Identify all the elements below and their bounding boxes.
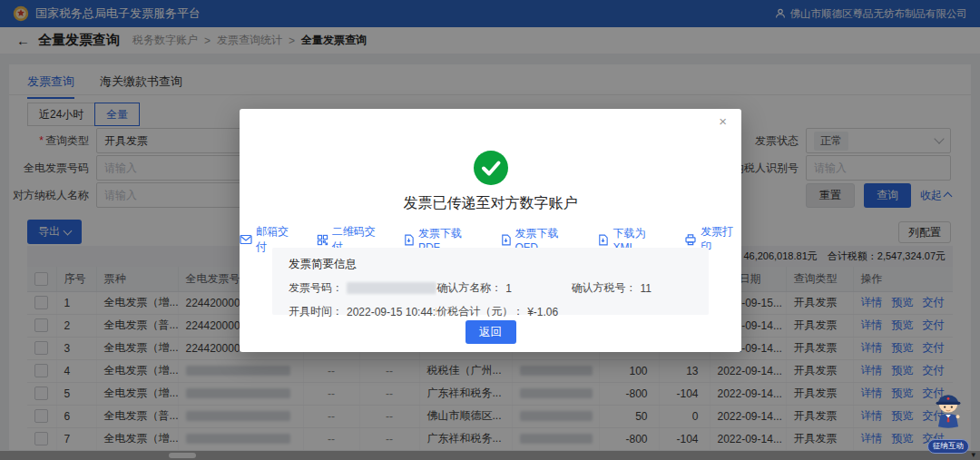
confirm-party-taxid-field: 确认方税号：11 — [572, 280, 692, 296]
invoice-summary-title: 发票简要信息 — [289, 257, 692, 272]
close-icon[interactable]: × — [719, 114, 727, 128]
delivery-success-modal: × 发票已传递至对方数字账户 邮箱交付二维码交付发票下载PDF发票下载OFD下载… — [240, 109, 741, 352]
assistant-widget[interactable]: 征纳互动 — [922, 390, 975, 454]
printer-icon — [684, 233, 697, 246]
app-root: 国家税务总局电子发票服务平台 佛山市顺德区尊品无纺布制品有限公司 ← 全量发票查… — [0, 0, 980, 460]
issue-time-field: 开具时间：2022-09-15 10:44:50 — [289, 304, 436, 319]
info-field-value: 11 — [641, 282, 652, 295]
invoice-number-field: 发票号码： — [289, 280, 436, 296]
modal-title: 发票已传递至对方数字账户 — [240, 194, 741, 213]
invoice-summary-box: 发票简要信息 发票号码：确认方名称：1确认方税号：11开具时间：2022-09-… — [272, 248, 709, 315]
return-button[interactable]: 返回 — [466, 320, 516, 344]
invoice-summary-grid: 发票号码：确认方名称：1确认方税号：11开具时间：2022-09-15 10:4… — [289, 280, 692, 319]
info-field-label: 确认方名称： — [436, 280, 502, 296]
info-field-value: 1 — [505, 282, 512, 295]
qrcode-icon — [317, 234, 328, 246]
tax-officer-mascot-icon — [927, 419, 969, 435]
success-check-icon — [474, 151, 508, 189]
info-field-label: 发票号码： — [289, 280, 343, 296]
file-download-icon — [500, 234, 512, 246]
file-download-icon — [403, 234, 415, 246]
redacted-value — [347, 282, 436, 294]
info-field-value: ¥-1.06 — [527, 306, 558, 318]
info-field-label: 价税合计（元）： — [436, 304, 524, 319]
total-amount-field: 价税合计（元）：¥-1.06 — [436, 304, 571, 319]
info-field-label: 确认方税号： — [572, 280, 637, 296]
file-download-icon — [597, 234, 609, 246]
info-field-value: 2022-09-15 10:44:50 — [347, 306, 436, 318]
assistant-label[interactable]: 征纳互动 — [927, 439, 969, 454]
mail-icon — [240, 233, 252, 246]
confirm-party-name-field: 确认方名称：1 — [436, 280, 571, 296]
info-field-label: 开具时间： — [289, 304, 343, 319]
